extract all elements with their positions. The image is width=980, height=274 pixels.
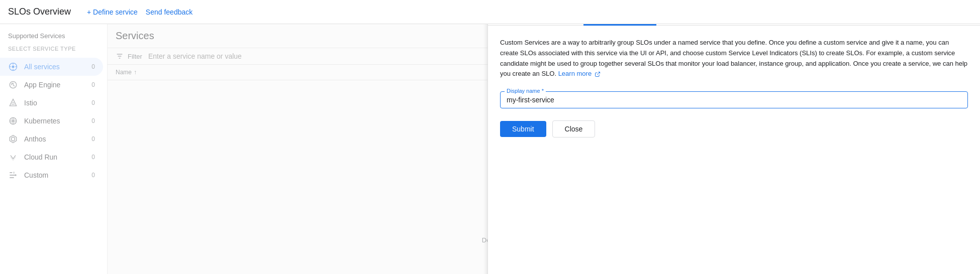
display-name-wrapper: Display name * bbox=[500, 91, 968, 108]
svg-point-1 bbox=[12, 66, 15, 68]
sidebar-item-count-anthos: 0 bbox=[91, 135, 95, 143]
sidebar-item-count-istio: 0 bbox=[91, 99, 95, 106]
svg-marker-10 bbox=[10, 135, 16, 143]
anthos-icon bbox=[8, 134, 18, 144]
display-name-input[interactable] bbox=[507, 96, 961, 104]
custom-icon bbox=[8, 170, 18, 180]
sidebar-item-cloud-run[interactable]: Cloud Run 0 bbox=[0, 148, 103, 166]
topbar: SLOs Overview + Define service Send feed… bbox=[0, 0, 980, 24]
istio-icon bbox=[8, 98, 18, 108]
sidebar-item-label-custom: Custom bbox=[24, 171, 48, 179]
learn-more-link[interactable]: Learn more bbox=[558, 70, 592, 77]
filter-icon bbox=[116, 52, 124, 60]
define-service-button[interactable]: + Define service bbox=[83, 5, 142, 19]
sidebar-item-istio[interactable]: Istio 0 bbox=[0, 94, 103, 112]
sort-arrow-icon: ↑ bbox=[134, 69, 137, 76]
cloud-run-icon bbox=[8, 152, 18, 162]
close-button[interactable]: Close bbox=[552, 120, 596, 138]
sidebar-item-label-app-engine: App Engine bbox=[24, 81, 60, 89]
filter-label: Filter bbox=[128, 53, 142, 60]
page-title: SLOs Overview bbox=[8, 7, 71, 17]
sidebar-item-count-kubernetes: 0 bbox=[91, 117, 95, 124]
svg-marker-11 bbox=[12, 137, 15, 141]
sidebar-item-custom[interactable]: Custom 0 bbox=[0, 166, 103, 184]
kubernetes-icon bbox=[8, 116, 18, 126]
sidebar-item-app-engine[interactable]: App Engine 0 bbox=[0, 76, 103, 94]
right-panel: Service candidates Custom service Custom… bbox=[487, 24, 980, 274]
main-area: Supported Services Select service type A… bbox=[0, 24, 980, 274]
sidebar-item-label-kubernetes: Kubernetes bbox=[24, 117, 60, 125]
sidebar-item-count-cloud-run: 0 bbox=[91, 154, 95, 161]
svg-line-20 bbox=[597, 72, 600, 75]
panel-description: Custom Services are a way to arbitrarily… bbox=[500, 38, 968, 79]
external-link-icon bbox=[595, 71, 601, 77]
send-feedback-button[interactable]: Send feedback bbox=[142, 5, 197, 19]
sidebar-item-all-services[interactable]: All services 0 bbox=[0, 58, 103, 76]
submit-button[interactable]: Submit bbox=[500, 121, 546, 137]
sidebar-item-label-cloud-run: Cloud Run bbox=[24, 153, 57, 161]
panel-actions: Submit Close bbox=[500, 120, 968, 138]
panel-content: Custom Services are a way to arbitrarily… bbox=[488, 26, 980, 274]
sidebar-item-label-istio: Istio bbox=[24, 99, 37, 107]
sidebar-item-count-all-services: 0 bbox=[91, 63, 95, 70]
app-engine-icon bbox=[8, 80, 18, 90]
sidebar-header: Supported Services bbox=[0, 32, 107, 46]
sidebar-item-label-all-services: All services bbox=[24, 63, 60, 71]
sidebar-item-kubernetes[interactable]: Kubernetes 0 bbox=[0, 112, 103, 130]
display-name-label: Display name * bbox=[505, 88, 546, 94]
sidebar-item-anthos[interactable]: Anthos 0 bbox=[0, 130, 103, 148]
sidebar-item-label-anthos: Anthos bbox=[24, 135, 46, 143]
sidebar: Supported Services Select service type A… bbox=[0, 24, 108, 274]
all-services-icon bbox=[8, 62, 18, 72]
sidebar-subheader: Select service type bbox=[0, 46, 107, 58]
sidebar-item-count-custom: 0 bbox=[91, 172, 95, 179]
sidebar-item-count-app-engine: 0 bbox=[91, 81, 95, 88]
display-name-field: Display name * bbox=[500, 91, 968, 108]
